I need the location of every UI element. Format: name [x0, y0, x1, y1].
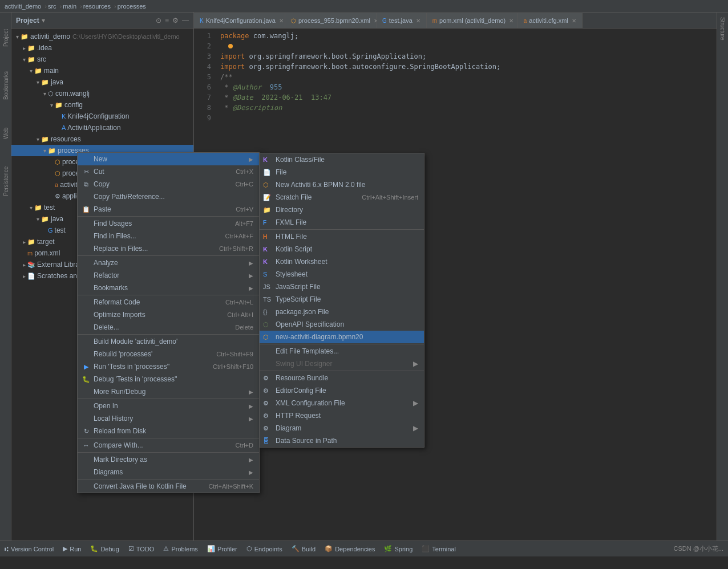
ctx-find-usages[interactable]: Find Usages Alt+F7: [78, 217, 259, 230]
main-layout: Project Bookmarks Web Persistence Projec…: [0, 13, 728, 540]
ctx-mark-dir[interactable]: Mark Directory as ▶: [78, 453, 259, 466]
sub-html[interactable]: H HTML File: [260, 230, 424, 243]
tree-resources[interactable]: ▾ 📁 resources: [11, 133, 193, 145]
sub-resource-bundle[interactable]: ⚙ Resource Bundle: [260, 372, 424, 384]
ctx-paste[interactable]: 📋 Paste Ctrl+V: [78, 203, 259, 216]
sub-editorconfig[interactable]: ⚙ EditorConfig File: [260, 384, 424, 397]
btn-version-control[interactable]: ⑆ Version Control: [5, 546, 54, 552]
sub-http[interactable]: ⚙ HTTP Request: [260, 409, 424, 422]
ctx-diagrams[interactable]: Diagrams ▶: [78, 466, 259, 478]
sub-xml-config[interactable]: ⚙ XML Configuration File ▶: [260, 397, 424, 409]
btn-endpoints[interactable]: ⬡ Endpoints: [246, 545, 282, 552]
ctx-find-files[interactable]: Find in Files... Ctrl+Alt+F: [78, 230, 259, 242]
tab-activiti-cfg[interactable]: a activiti.cfg.xml ✕: [518, 13, 583, 28]
ctx-cut[interactable]: ✂ Cut Ctrl+X: [78, 165, 259, 178]
sub-fxml[interactable]: F FXML File: [260, 216, 424, 229]
tree-root[interactable]: ▾ 📁 activiti_demo C:\Users\HYGK\Desktop\…: [11, 31, 193, 42]
sub-openapi[interactable]: ⬡ OpenAPI Specification: [260, 318, 424, 331]
ctx-more-run[interactable]: More Run/Debug ▶: [78, 385, 259, 398]
tab-pom[interactable]: m pom.xml (activiti_demo) ✕: [427, 13, 518, 28]
sub-file[interactable]: 📄 File: [260, 166, 424, 178]
btn-terminal[interactable]: ⬛ Terminal: [422, 545, 456, 552]
sub-ts[interactable]: TS TypeScript File: [260, 293, 424, 306]
ctx-build-module[interactable]: Build Module 'activiti_demo': [78, 335, 259, 348]
sidebar-item-persistence[interactable]: Persistence: [0, 158, 11, 204]
ctx-debug-tests[interactable]: 🐛 Debug 'Tests in 'processes'': [78, 373, 259, 385]
ctx-separator2: [78, 255, 259, 256]
sub-package-json[interactable]: {} package.json File: [260, 306, 424, 318]
tab-pom-close[interactable]: ✕: [509, 18, 513, 24]
btn-build[interactable]: 🔨 Build: [292, 545, 316, 552]
tree-knife4j[interactable]: ▸ K Knife4jConfiguration: [11, 111, 193, 122]
ctx-copy[interactable]: ⧉ Copy Ctrl+C: [78, 178, 259, 190]
expand-icon[interactable]: ≡: [165, 17, 169, 25]
ctx-copy-path[interactable]: Copy Path/Reference...: [78, 190, 259, 203]
breadcrumb-activiti[interactable]: activiti_demo: [5, 3, 41, 10]
ctx-reformat[interactable]: Reformat Code Ctrl+Alt+L: [78, 296, 259, 308]
sub-scratch[interactable]: 📝 Scratch File Ctrl+Alt+Shift+Insert: [260, 191, 424, 204]
sub-js[interactable]: JS JavaScript File: [260, 281, 424, 293]
btn-run[interactable]: ▶ Run: [63, 545, 81, 552]
locate-icon[interactable]: ⊙: [156, 17, 161, 25]
ctx-run-tests[interactable]: ▶ Run 'Tests in 'processes'' Ctrl+Shift+…: [78, 360, 259, 373]
tab-test-close[interactable]: ✕: [416, 18, 420, 24]
sub-kotlin-script[interactable]: K Kotlin Script: [260, 243, 424, 255]
sub-diagram[interactable]: ⚙ Diagram ▶: [260, 422, 424, 434]
sub-directory[interactable]: 📁 Directory: [260, 204, 424, 216]
ctx-analyze[interactable]: Analyze ▶: [78, 257, 259, 269]
ctx-local-history[interactable]: Local History ▶: [78, 412, 259, 425]
btn-profiler[interactable]: 📊 Profiler: [207, 545, 237, 552]
tab-activiti-cfg-close[interactable]: ✕: [572, 18, 576, 24]
tab-knife4j-close[interactable]: ✕: [279, 18, 284, 24]
tree-main[interactable]: ▾ 📁 main: [11, 65, 193, 76]
sidebar-item-project[interactable]: Project: [0, 15, 11, 60]
btn-problems[interactable]: ⚠ Problems: [163, 545, 197, 552]
ctx-open-in[interactable]: Open In ▶: [78, 400, 259, 412]
ctx-reload[interactable]: ↻ Reload from Disk: [78, 425, 259, 437]
tree-activiti-app[interactable]: ▸ A ActivitiApplication: [11, 122, 193, 133]
ctx-compare[interactable]: ↔ Compare With... Ctrl+D: [78, 439, 259, 452]
breadcrumb-resources[interactable]: resources: [83, 3, 111, 10]
ctx-diagrams-label: Diagrams: [94, 468, 245, 476]
tab-knife4j[interactable]: K Knife4jConfiguration.java ✕: [194, 13, 285, 28]
tab-test[interactable]: G test.java ✕: [377, 13, 427, 28]
breadcrumb-main[interactable]: main: [63, 3, 76, 10]
tree-java[interactable]: ▾ 📁 java: [11, 76, 193, 88]
sub-ts-label: TypeScript File: [276, 295, 418, 303]
right-tab-structure[interactable]: Structure: [718, 13, 727, 45]
ctx-refactor[interactable]: Refactor ▶: [78, 269, 259, 282]
btn-debug[interactable]: 🐛 Debug: [90, 545, 119, 552]
sub-datasource[interactable]: 🗄 Data Source in Path: [260, 434, 424, 447]
ctx-convert[interactable]: Convert Java File to Kotlin File Ctrl+Al…: [78, 480, 259, 493]
tree-package[interactable]: ▾ ⬡ com.wanglj: [11, 88, 193, 99]
sub-kotlin-worksheet[interactable]: K Kotlin Worksheet: [260, 255, 424, 268]
sub-stylesheet[interactable]: S Stylesheet: [260, 268, 424, 281]
minimize-icon[interactable]: —: [182, 17, 189, 25]
sub-resource-bundle-label: Resource Bundle: [276, 374, 418, 382]
btn-dependencies[interactable]: 📦 Dependencies: [325, 545, 375, 552]
breadcrumb-src[interactable]: src: [48, 3, 56, 10]
ctx-delete[interactable]: Delete... Delete: [78, 321, 259, 334]
sidebar-item-web[interactable]: Web: [0, 111, 11, 156]
sub-activiti-bpmn[interactable]: ⬡ New Activiti 6.x BPMN 2.0 file: [260, 178, 424, 191]
btn-todo[interactable]: ☑ TODO: [128, 545, 155, 552]
ctx-new[interactable]: New ▶ K Kotlin Class/File 📄 File: [78, 153, 259, 165]
ctx-bookmarks[interactable]: Bookmarks ▶: [78, 282, 259, 294]
tree-config[interactable]: ▾ 📁 config: [11, 99, 193, 111]
tree-src[interactable]: ▾ 📁 src: [11, 54, 193, 65]
tab-process[interactable]: ⬡ process_955.bpmn20.xml ✕: [285, 13, 377, 28]
sub-swing[interactable]: Swing UI Designer ▶: [260, 357, 424, 370]
btn-spring[interactable]: 🌿 Spring: [384, 545, 412, 552]
sidebar-item-bookmarks[interactable]: Bookmarks: [0, 63, 11, 108]
sub-kotlin-class[interactable]: K Kotlin Class/File: [260, 153, 424, 166]
ctx-replace-files[interactable]: Replace in Files... Ctrl+Shift+R: [78, 242, 259, 255]
project-dropdown-icon[interactable]: ▾: [42, 17, 45, 25]
breadcrumb-processes[interactable]: processes: [118, 3, 146, 10]
tree-idea[interactable]: ▸ 📁 .idea: [11, 42, 193, 54]
submenu-separator3: [260, 371, 424, 371]
ctx-optimize[interactable]: Optimize Imports Ctrl+Alt+I: [78, 308, 259, 321]
sub-new-activiti[interactable]: ⬡ new-activiti-diagram.bpmn20: [260, 331, 424, 343]
ctx-rebuild[interactable]: Rebuild 'processes' Ctrl+Shift+F9: [78, 348, 259, 360]
sub-edit-templates[interactable]: Edit File Templates...: [260, 345, 424, 357]
gear-icon[interactable]: ⚙: [172, 17, 179, 25]
